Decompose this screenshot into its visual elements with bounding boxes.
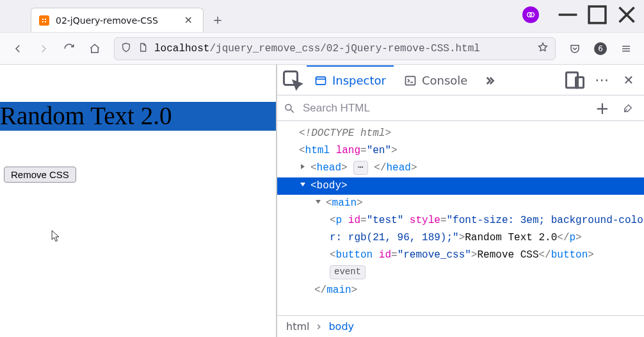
body-node-selected[interactable]: <body> <box>277 177 644 195</box>
close-tab-icon[interactable]: ✕ <box>182 13 195 28</box>
add-node-button[interactable]: + <box>593 99 612 118</box>
window-controls <box>522 4 641 26</box>
tab-inspector[interactable]: Inspector <box>307 65 394 95</box>
document-icon <box>138 42 148 54</box>
url-text: localhost/jquery_remove_css/02-jQuery-re… <box>154 43 531 54</box>
tab-strip: 02-jQuery-remove-CSS ✕ ＋ <box>0 0 644 32</box>
svg-point-16 <box>286 104 291 110</box>
random-text-paragraph: Random Text 2.0 <box>0 102 276 131</box>
p-node[interactable]: <p id="test" style="font-size: 3em; back… <box>277 212 644 247</box>
head-node[interactable]: <head> ⋯ </head> <box>277 160 644 177</box>
tab-inspector-label: Inspector <box>332 74 386 87</box>
breadcrumbs: html body <box>277 315 644 337</box>
chevron-right-icon <box>316 320 322 333</box>
markup-view[interactable]: <!DOCTYPE html> <html lang="en"> <head> … <box>277 121 644 315</box>
bookmark-icon[interactable] <box>537 42 549 55</box>
devtools-panel: Inspector Console ⋯ ✕ + <!DOCTYPE html> … <box>276 65 644 337</box>
svg-rect-3 <box>589 6 606 23</box>
remove-css-button[interactable]: Remove CSS <box>4 167 76 183</box>
tab-counter[interactable]: 6 <box>589 37 612 60</box>
forward-button[interactable] <box>32 37 55 60</box>
svg-rect-12 <box>405 76 415 85</box>
back-button[interactable] <box>6 37 29 60</box>
devtools-tabbar: Inspector Console ⋯ ✕ <box>277 65 644 95</box>
crumb-body[interactable]: body <box>328 320 354 333</box>
tab-console[interactable]: Console <box>396 65 475 95</box>
devtools-close-button[interactable]: ✕ <box>617 69 640 92</box>
home-button[interactable] <box>83 37 106 60</box>
button-node[interactable]: <button id="remove_css">Remove CSS</butt… <box>277 247 644 264</box>
event-badge[interactable]: event <box>277 265 644 282</box>
tab-overflow[interactable] <box>478 65 501 95</box>
page-viewport: Random Text 2.0 Remove CSS <box>0 65 276 337</box>
pocket-icon[interactable] <box>563 37 586 60</box>
browser-toolbar: localhost/jquery_remove_css/02-jQuery-re… <box>0 32 644 64</box>
crumb-html[interactable]: html <box>286 320 309 333</box>
html-open-tag[interactable]: <html lang="en"> <box>277 142 644 160</box>
devtools-kebab-menu[interactable]: ⋯ <box>590 69 613 92</box>
eyedropper-button[interactable] <box>618 99 638 118</box>
responsive-mode-button[interactable] <box>563 69 586 92</box>
new-tab-button[interactable]: ＋ <box>207 10 228 30</box>
tab-title: 02-jQuery-remove-CSS <box>56 15 158 26</box>
svg-rect-10 <box>316 77 326 85</box>
search-icon <box>284 103 295 114</box>
doctype-node: <!DOCTYPE html> <box>299 127 391 139</box>
extension-icon[interactable] <box>522 6 539 23</box>
tab-console-label: Console <box>422 74 467 87</box>
url-bar[interactable]: localhost/jquery_remove_css/02-jQuery-re… <box>114 37 556 60</box>
element-picker-button[interactable] <box>281 69 304 92</box>
reload-button[interactable] <box>58 37 81 60</box>
shield-icon <box>121 42 131 54</box>
html-search-input[interactable] <box>302 101 586 115</box>
minimize-button[interactable] <box>553 4 583 26</box>
close-window-button[interactable] <box>612 4 641 26</box>
app-menu-button[interactable] <box>615 37 638 60</box>
browser-tab[interactable]: 02-jQuery-remove-CSS ✕ <box>31 8 204 32</box>
html-search-bar: + <box>277 95 644 121</box>
main-close-node[interactable]: </main> <box>277 282 644 299</box>
mouse-cursor-icon <box>51 230 60 243</box>
xampp-icon <box>39 15 49 26</box>
svg-line-17 <box>291 110 294 113</box>
main-open-node[interactable]: <main> <box>277 195 644 212</box>
maximize-button[interactable] <box>583 4 612 26</box>
